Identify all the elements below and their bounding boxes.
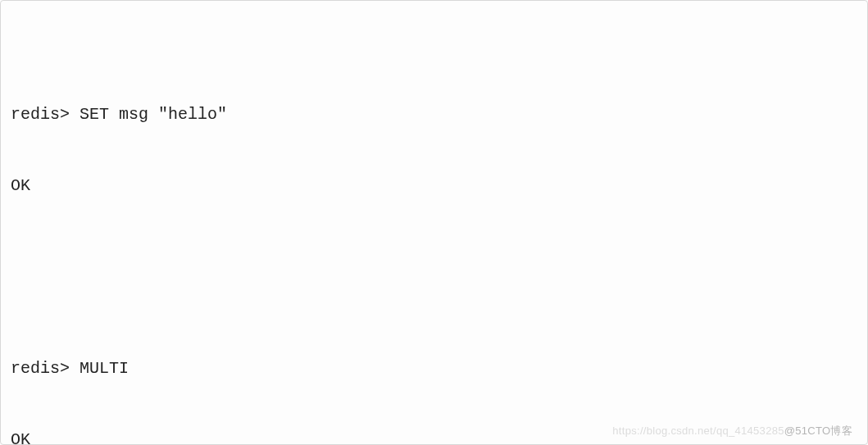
command-line: redis> SET msg "hello" xyxy=(11,102,857,126)
response-line: OK xyxy=(11,174,857,198)
command-line: redis> MULTI xyxy=(11,356,857,380)
command: MULTI xyxy=(80,359,129,378)
prompt: redis> xyxy=(11,105,70,124)
command: SET msg "hello" xyxy=(80,105,227,124)
command-block: redis> SET msg "hello" OK xyxy=(11,55,857,245)
terminal-output: redis> SET msg "hello" OK redis> MULTI O… xyxy=(11,7,857,445)
response-line: OK xyxy=(11,428,857,445)
command-block: redis> MULTI OK xyxy=(11,309,857,445)
prompt: redis> xyxy=(11,359,70,378)
